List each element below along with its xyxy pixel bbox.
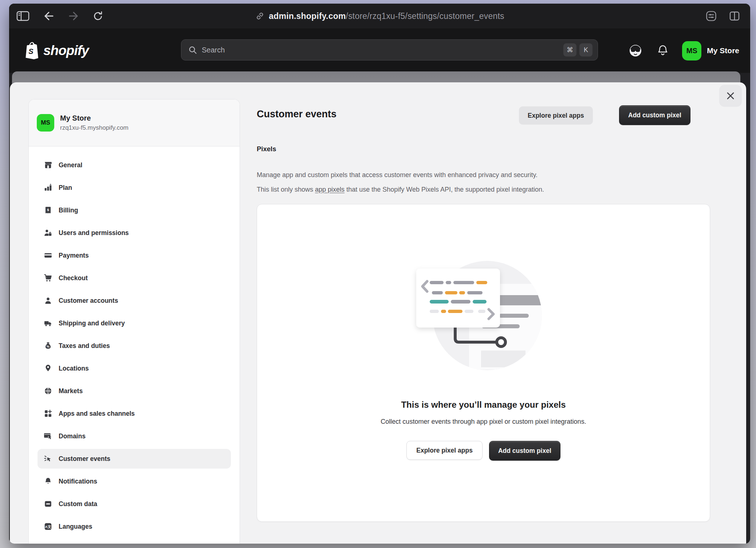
store-avatar: MS — [37, 114, 54, 132]
cursor-click-icon — [43, 454, 53, 463]
sidebar-item-customer-events[interactable]: Customer events — [38, 449, 231, 469]
link-icon — [255, 11, 264, 21]
billing-receipt-icon: $ — [43, 206, 53, 215]
reload-icon[interactable] — [92, 10, 104, 22]
bell-icon — [43, 477, 53, 486]
payments-card-icon — [43, 251, 53, 260]
sidebar-item-markets[interactable]: Markets — [38, 381, 231, 401]
sidebar-item-locations[interactable]: Locations — [38, 359, 231, 378]
svg-text:A文: A文 — [45, 525, 51, 529]
money-bag-icon: % — [43, 341, 53, 351]
explore-pixel-apps-button[interactable]: Explore pixel apps — [519, 106, 593, 125]
notifications-bell-icon[interactable] — [656, 44, 670, 58]
plan-chart-icon — [43, 183, 53, 192]
sidebar-item-custom-data[interactable]: Custom data — [38, 494, 231, 514]
back-icon[interactable] — [43, 11, 55, 21]
sidebar-item-taxes[interactable]: % Taxes and duties — [38, 336, 231, 356]
truck-icon — [43, 318, 53, 328]
split-view-icon[interactable] — [728, 10, 741, 22]
sidebar-item-shipping[interactable]: Shipping and delivery — [38, 313, 231, 333]
add-custom-pixel-button[interactable]: Add custom pixel — [619, 105, 690, 125]
sidebar-item-apps[interactable]: Apps and sales channels — [38, 404, 231, 423]
forward-icon[interactable] — [67, 11, 80, 21]
pixels-empty-illustration — [407, 258, 560, 379]
shopify-bag-icon: S — [24, 42, 40, 60]
sidebar-item-payments[interactable]: Payments — [38, 246, 231, 265]
search-input[interactable]: Search ⌘ K — [181, 39, 598, 60]
empty-state-heading: This is where you’ll manage your pixels — [401, 400, 566, 410]
pixels-empty-state-card: This is where you’ll manage your pixels … — [257, 204, 710, 522]
sidebar-item-billing[interactable]: $ Billing — [38, 200, 231, 220]
app-pixels-link[interactable]: app pixels — [315, 186, 344, 193]
apps-grid-icon — [43, 409, 53, 418]
search-icon — [188, 45, 197, 55]
translate-icon: A文 — [43, 522, 53, 531]
k-key-badge: K — [579, 43, 592, 56]
shopify-logo[interactable]: S shopify — [24, 42, 89, 60]
store-header: MS My Store rzq1xu-f5.myshopify.com — [29, 99, 240, 146]
pixels-section-heading: Pixels — [257, 145, 276, 153]
sidebar-item-checkout[interactable]: Checkout — [38, 268, 231, 288]
sidebar-item-general[interactable]: General — [38, 155, 231, 175]
persona-icon[interactable] — [628, 43, 643, 58]
settings-nav: General Plan $ Billing — [29, 146, 240, 542]
url-text: admin.shopify.com/store/rzq1xu-f5/settin… — [269, 11, 504, 21]
address-bar[interactable]: admin.shopify.com/store/rzq1xu-f5/settin… — [255, 4, 504, 28]
store-name: My Store — [60, 114, 129, 122]
account-avatar[interactable]: MS — [682, 41, 701, 60]
map-pin-icon — [43, 364, 53, 373]
add-custom-pixel-button-card[interactable]: Add custom pixel — [489, 441, 560, 461]
browser-chrome: admin.shopify.com/store/rzq1xu-f5/settin… — [9, 4, 750, 29]
users-lock-icon — [43, 228, 53, 238]
settings-sidebar: MS My Store rzq1xu-f5.myshopify.com Gene… — [28, 99, 240, 544]
svg-text:$: $ — [47, 208, 49, 212]
sidebar-item-domains[interactable]: Domains — [38, 426, 231, 446]
sidebar-item-plan[interactable]: Plan — [38, 178, 231, 197]
explore-pixel-apps-button-card[interactable]: Explore pixel apps — [406, 441, 483, 460]
close-icon — [725, 91, 736, 101]
sidebar-item-notifications[interactable]: Notifications — [38, 471, 231, 491]
globe-icon — [43, 386, 53, 396]
svg-text:%: % — [47, 345, 50, 348]
page-settings-icon[interactable] — [705, 10, 717, 22]
cart-icon — [43, 273, 53, 283]
shopify-wordmark: shopify — [43, 43, 89, 58]
svg-text:S: S — [28, 47, 34, 55]
sidebar-toggle-icon[interactable] — [16, 10, 30, 22]
browser-window: admin.shopify.com/store/rzq1xu-f5/settin… — [9, 4, 750, 544]
pixels-description: Manage app and custom pixels that access… — [257, 168, 716, 197]
store-domain: rzq1xu-f5.myshopify.com — [60, 124, 129, 132]
empty-state-subtext: Collect customer events through app pixe… — [381, 418, 586, 426]
page-title: Customer events — [257, 109, 336, 120]
domain-window-icon — [43, 431, 53, 441]
cmd-key-badge: ⌘ — [563, 43, 576, 56]
account-store-name: My Store — [707, 46, 739, 55]
shopify-topbar: S shopify Search ⌘ K — [9, 28, 750, 73]
store-icon — [43, 160, 53, 170]
sidebar-item-customer-accounts[interactable]: Customer accounts — [38, 291, 231, 310]
sidebar-item-languages[interactable]: A文 Languages — [38, 517, 231, 536]
data-slot-icon — [43, 499, 53, 509]
close-button[interactable] — [719, 85, 742, 107]
settings-modal: MS My Store rzq1xu-f5.myshopify.com Gene… — [10, 82, 746, 544]
search-placeholder: Search — [202, 46, 560, 54]
person-icon — [43, 296, 53, 305]
sidebar-item-users-permissions[interactable]: Users and permissions — [38, 223, 231, 243]
